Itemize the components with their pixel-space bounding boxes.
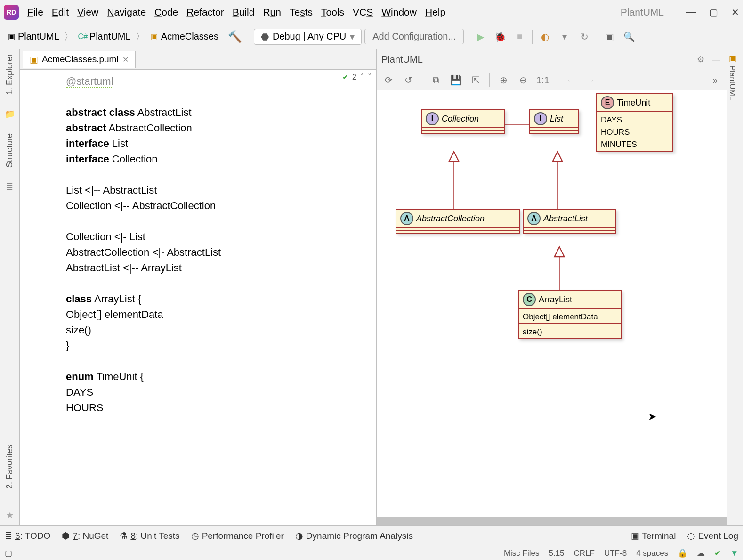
tool-dpa[interactable]: ◑Dynamic Program Analysis: [295, 530, 413, 541]
tool-unittests[interactable]: ⚗8: Unit Tests: [120, 530, 179, 541]
run-config-button[interactable]: Add Configuration...: [364, 29, 464, 44]
structure-icon[interactable]: ≣: [6, 182, 13, 192]
zoom-in-icon[interactable]: ⊕: [496, 73, 510, 87]
uml-abstractcollection: AAbstractCollection: [396, 209, 520, 234]
run-icon[interactable]: ▶: [472, 28, 489, 45]
status-encoding[interactable]: UTF-8: [604, 549, 627, 558]
star-icon[interactable]: ★: [6, 510, 14, 520]
editor-tab[interactable]: ▣ AcmeClasses.puml ✕: [23, 51, 136, 68]
status-bar: ▢ Misc Files 5:15 CRLF UTF-8 4 spaces 🔒 …: [0, 546, 743, 560]
menu-build[interactable]: Build: [233, 7, 255, 18]
menu-code[interactable]: Code: [154, 7, 178, 18]
bug-icon: ⬣: [261, 31, 269, 42]
inspections-icon[interactable]: ◐: [536, 28, 553, 45]
close-icon[interactable]: ✕: [122, 55, 129, 64]
menu-edit[interactable]: Edit: [52, 7, 69, 18]
tool-profiler[interactable]: ◷Performance Profiler: [191, 530, 284, 541]
editor-tabs: ▣ AcmeClasses.puml ✕: [20, 49, 376, 70]
nav-back-icon[interactable]: ←: [564, 73, 578, 87]
chevron-icon: 〉: [64, 30, 73, 43]
tool-structure[interactable]: Structure: [5, 133, 15, 168]
list-icon: ≣: [5, 530, 12, 541]
panel-toolbar: ⟳ ↺ ⧉ 💾 ⇱ ⊕ ⊖ 1:1 ← → »: [377, 70, 727, 90]
horizontal-scrollbar[interactable]: [377, 517, 727, 525]
inspection-widget[interactable]: ✔ 2 ˄ ˅: [342, 73, 372, 81]
tool-plantuml[interactable]: ▣ PlantUML: [727, 49, 737, 100]
bottom-toolbar: ≣6: TODO ⬢7: NuGet ⚗8: Unit Tests ◷Perfo…: [0, 525, 743, 546]
menu-help[interactable]: Help: [425, 7, 445, 18]
screen-icon[interactable]: ▣: [601, 28, 618, 45]
csharp-icon: C#: [78, 32, 88, 41]
reload-icon[interactable]: ↺: [401, 73, 415, 87]
bubble-icon: ◌: [687, 530, 695, 541]
menu-tests[interactable]: Tests: [290, 7, 313, 18]
analysis-icon: ◑: [295, 530, 303, 541]
debug-config-dropdown[interactable]: ⬣ Debug | Any CPU ▾: [254, 29, 362, 45]
crumb-file[interactable]: ▣AcmeClasses: [147, 29, 221, 44]
menu-navigate[interactable]: Navigate: [107, 7, 146, 18]
menu-refactor[interactable]: Refactor: [186, 7, 224, 18]
menu-run[interactable]: Run: [263, 7, 281, 18]
tool-eventlog[interactable]: ◌Event Log: [687, 530, 738, 541]
uml-timeunit: ETimeUnit DAYS HOURS MINUTES: [596, 93, 673, 152]
editor-pane: ▣ AcmeClasses.puml ✕ @startuml abstract …: [20, 49, 377, 525]
tool-nuget[interactable]: ⬢7: NuGet: [62, 530, 108, 541]
debug-icon[interactable]: 🐞: [492, 28, 509, 45]
stop-icon[interactable]: ■: [511, 28, 528, 45]
tool-favorites[interactable]: 2: Favorites: [5, 445, 15, 489]
copy-icon[interactable]: ⧉: [429, 73, 443, 87]
panel-title: PlantUML: [381, 54, 423, 65]
search-icon[interactable]: 🔍: [621, 28, 638, 45]
window-maximize[interactable]: ▢: [709, 7, 718, 18]
chevron-down-icon: ▾: [350, 31, 355, 42]
refresh-icon[interactable]: ⟳: [381, 73, 396, 87]
nav-forward-icon[interactable]: →: [583, 73, 598, 87]
menu-tools[interactable]: Tools: [321, 7, 344, 18]
menu-vcs[interactable]: VCS: [353, 7, 373, 18]
diagram-canvas[interactable]: ICollection IList AAbstractCollection AA…: [377, 90, 727, 525]
chevron-icon: 〉: [136, 30, 145, 43]
status-misc[interactable]: Misc Files: [504, 549, 540, 558]
flask-icon: ⚗: [120, 530, 128, 541]
chevron-up-icon[interactable]: ˄: [360, 73, 364, 81]
crumb-solution[interactable]: ▣PlantUML: [4, 29, 62, 44]
tab-label: AcmeClasses.puml: [42, 54, 119, 65]
window-minimize[interactable]: —: [686, 7, 696, 18]
build-icon[interactable]: 🔨: [228, 30, 242, 43]
check-icon: ✔: [342, 73, 348, 81]
status-line-ending[interactable]: CRLF: [574, 549, 595, 558]
terminal-icon: ▣: [631, 530, 639, 541]
more-icon[interactable]: »: [708, 73, 722, 87]
gear-icon[interactable]: ⚙: [695, 54, 706, 65]
zoom-out-icon[interactable]: ⊖: [516, 73, 530, 87]
chevron-down-icon[interactable]: ▾: [556, 28, 573, 45]
lock-icon[interactable]: 🔒: [678, 548, 687, 558]
tool-terminal[interactable]: ▣Terminal: [631, 530, 676, 541]
tool-explorer[interactable]: 1: Explorer: [5, 54, 15, 95]
code-editor[interactable]: @startuml abstract class AbstractList ab…: [20, 70, 376, 525]
save-icon[interactable]: 💾: [449, 73, 463, 87]
menu-window[interactable]: Window: [381, 7, 417, 18]
crumb-project[interactable]: C#PlantUML: [75, 29, 134, 44]
left-tool-strip: 1: Explorer 📁 Structure ≣ 2: Favorites ★: [0, 49, 20, 525]
chevron-down-icon[interactable]: ˅: [368, 73, 372, 81]
window-icon[interactable]: ▢: [5, 548, 12, 558]
toolbar: ▣PlantUML 〉 C#PlantUML 〉 ▣AcmeClasses 🔨 …: [0, 24, 743, 49]
popout-icon[interactable]: ⇱: [468, 73, 483, 87]
zoom-reset[interactable]: 1:1: [536, 73, 550, 87]
minimize-icon[interactable]: —: [710, 55, 722, 65]
status-indent[interactable]: 4 spaces: [636, 549, 668, 558]
tool-todo[interactable]: ≣6: TODO: [5, 530, 50, 541]
check-icon[interactable]: ✔: [714, 548, 721, 558]
shield-icon[interactable]: ▼: [730, 549, 738, 558]
right-tool-strip: ▣ PlantUML: [727, 49, 743, 525]
window-close[interactable]: ✕: [731, 7, 739, 18]
menu-file[interactable]: File: [27, 7, 43, 18]
status-caret[interactable]: 5:15: [549, 549, 564, 558]
menu-view[interactable]: View: [77, 7, 98, 18]
folder-icon[interactable]: 📁: [5, 109, 15, 119]
sync-icon[interactable]: ☁: [697, 548, 705, 558]
editor-gutter: [20, 70, 61, 525]
uml-abstractlist: AAbstractList: [523, 209, 616, 234]
sync-icon[interactable]: ↻: [576, 28, 593, 45]
